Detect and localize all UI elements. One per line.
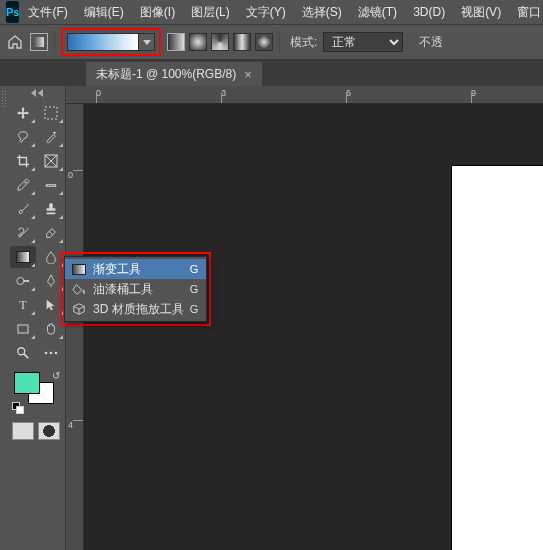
- flyout-item-bucket[interactable]: 油漆桶工具 G: [65, 279, 206, 299]
- menu-3d[interactable]: 3D(D): [406, 2, 452, 22]
- svg-point-14: [55, 352, 58, 355]
- zoom-tool[interactable]: [10, 342, 36, 364]
- toolbox-collapse[interactable]: [8, 86, 65, 100]
- shape-tool[interactable]: [10, 318, 36, 340]
- ruler-vertical[interactable]: 024: [66, 104, 84, 550]
- gradient-icon: [71, 261, 87, 277]
- canvas-area[interactable]: [84, 104, 543, 550]
- svg-point-8: [17, 278, 24, 285]
- document-canvas[interactable]: [452, 166, 543, 550]
- quickmask-mode-icon[interactable]: [38, 422, 60, 440]
- gradient-preview[interactable]: [67, 33, 139, 51]
- standard-mode-icon[interactable]: [12, 422, 34, 440]
- flyout-item-3d-material[interactable]: 3D 材质拖放工具 G: [65, 299, 206, 319]
- svg-text:T: T: [19, 298, 27, 312]
- menu-view[interactable]: 视图(V): [454, 1, 508, 24]
- frame-tool[interactable]: [38, 150, 64, 172]
- menu-window[interactable]: 窗口: [510, 1, 543, 24]
- gradient-type-diamond[interactable]: [255, 33, 273, 51]
- document-tab[interactable]: 未标题-1 @ 100%(RGB/8) ×: [86, 62, 262, 86]
- stamp-tool[interactable]: [38, 198, 64, 220]
- tool-flyout-highlight: 渐变工具 G 油漆桶工具 G 3D 材质拖放工具 G: [60, 252, 211, 326]
- flyout-item-shortcut: G: [190, 303, 199, 315]
- flyout-item-label: 渐变工具: [93, 261, 184, 278]
- eyedropper-tool[interactable]: [10, 174, 36, 196]
- gradient-type-angle[interactable]: [211, 33, 229, 51]
- toolbox: T ↺: [8, 86, 66, 550]
- svg-point-12: [45, 352, 48, 355]
- menu-filter[interactable]: 滤镜(T): [351, 1, 404, 24]
- foreground-swatch[interactable]: [14, 372, 40, 394]
- swap-colors-icon[interactable]: ↺: [52, 370, 60, 381]
- svg-rect-6: [50, 185, 52, 186]
- blend-mode-select[interactable]: 正常: [323, 32, 403, 52]
- menu-file[interactable]: 文件(F): [21, 1, 74, 24]
- svg-point-13: [50, 352, 53, 355]
- app-logo: Ps: [6, 1, 19, 23]
- brush-tool[interactable]: [10, 198, 36, 220]
- move-tool[interactable]: [10, 102, 36, 124]
- crop-tool[interactable]: [10, 150, 36, 172]
- marquee-tool[interactable]: [38, 102, 64, 124]
- document-tab-title: 未标题-1 @ 100%(RGB/8): [96, 66, 236, 83]
- tool-flyout: 渐变工具 G 油漆桶工具 G 3D 材质拖放工具 G: [64, 256, 207, 322]
- mode-label: 模式:: [290, 34, 317, 51]
- flyout-item-label: 油漆桶工具: [93, 281, 184, 298]
- svg-rect-7: [53, 185, 55, 186]
- flyout-item-shortcut: G: [190, 263, 199, 275]
- dodge-tool[interactable]: [10, 270, 36, 292]
- panel-drag-strip[interactable]: [0, 86, 8, 550]
- gradient-tool[interactable]: [10, 246, 36, 268]
- lasso-tool[interactable]: [10, 126, 36, 148]
- history-brush-tool[interactable]: [10, 222, 36, 244]
- divider: [54, 31, 55, 53]
- gradient-type-reflected[interactable]: [233, 33, 251, 51]
- flyout-item-gradient[interactable]: 渐变工具 G: [65, 259, 206, 279]
- bucket-icon: [71, 281, 87, 297]
- menu-edit[interactable]: 编辑(E): [77, 1, 131, 24]
- svg-rect-0: [45, 107, 57, 119]
- magic-wand-tool[interactable]: [38, 126, 64, 148]
- document-tab-bar: 未标题-1 @ 100%(RGB/8) ×: [0, 60, 543, 86]
- menu-image[interactable]: 图像(I): [133, 1, 182, 24]
- tool-preset-icon[interactable]: [30, 33, 48, 51]
- gradient-type-radial[interactable]: [189, 33, 207, 51]
- close-icon[interactable]: ×: [244, 67, 252, 82]
- more-tools[interactable]: [38, 342, 64, 364]
- menu-bar: Ps 文件(F) 编辑(E) 图像(I) 图层(L) 文字(Y) 选择(S) 滤…: [0, 0, 543, 24]
- gradient-dropdown[interactable]: [139, 33, 155, 51]
- options-bar: 模式: 正常 不透: [0, 24, 543, 60]
- flyout-item-label: 3D 材质拖放工具: [93, 301, 184, 318]
- opacity-label: 不透: [419, 34, 443, 51]
- menu-layer[interactable]: 图层(L): [184, 1, 237, 24]
- gradient-type-linear[interactable]: [167, 33, 185, 51]
- cube-icon: [71, 301, 87, 317]
- reset-colors-icon[interactable]: [12, 402, 24, 414]
- flyout-item-shortcut: G: [190, 283, 199, 295]
- divider: [279, 31, 280, 53]
- type-tool[interactable]: T: [10, 294, 36, 316]
- home-icon[interactable]: [6, 33, 24, 51]
- healing-tool[interactable]: [38, 174, 64, 196]
- eraser-tool[interactable]: [38, 222, 64, 244]
- svg-point-11: [18, 348, 25, 355]
- menu-select[interactable]: 选择(S): [295, 1, 349, 24]
- menu-type[interactable]: 文字(Y): [239, 1, 293, 24]
- ruler-horizontal[interactable]: 0369: [66, 86, 543, 104]
- quickmask-row: [8, 418, 65, 440]
- svg-rect-5: [48, 185, 50, 186]
- color-swatches: ↺: [8, 366, 65, 418]
- gradient-type-group: [167, 33, 273, 51]
- svg-rect-10: [18, 325, 28, 333]
- gradient-picker-highlight: [61, 28, 161, 56]
